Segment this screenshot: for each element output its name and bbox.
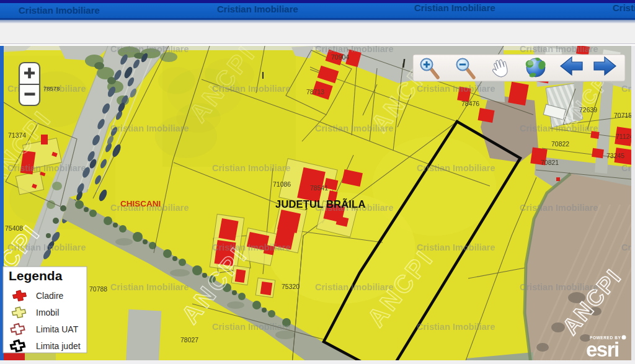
svg-text:70904: 70904	[331, 53, 349, 61]
svg-text:JUDEŢUL BRÃILA: JUDEŢUL BRÃILA	[275, 198, 366, 210]
svg-text:Cristian Imobiliare: Cristian Imobiliare	[520, 282, 598, 292]
svg-text:73245: 73245	[606, 152, 624, 159]
svg-text:Cr: Cr	[621, 242, 631, 252]
svg-text:71086: 71086	[273, 180, 291, 188]
svg-text:Cr: Cr	[621, 84, 631, 94]
svg-text:Cristian Imobiliare: Cristian Imobiliare	[19, 5, 100, 16]
svg-text:Limita UAT: Limita UAT	[36, 324, 79, 334]
svg-text:esri: esri	[586, 338, 619, 361]
svg-text:Cristian Imobiliare: Cristian Imobiliare	[217, 4, 298, 14]
svg-text:Cristian Imobiliare: Cristian Imobiliare	[212, 322, 291, 332]
svg-text:71374: 71374	[8, 131, 26, 139]
svg-text:Cristian Imobiliare: Cristian Imobiliare	[417, 84, 495, 94]
svg-text:70715: 70715	[614, 112, 632, 119]
svg-text:Cristian Imobiliare: Cristian Imobiliare	[7, 242, 86, 252]
svg-text:78578: 78578	[43, 85, 60, 92]
svg-text:Cristian Imo: Cristian Imo	[613, 2, 635, 13]
svg-text:78713: 78713	[306, 88, 324, 95]
svg-text:75320: 75320	[282, 283, 300, 290]
svg-text:78476: 78476	[461, 100, 479, 107]
svg-text:Cristian Imobiliare: Cristian Imobiliare	[315, 282, 394, 292]
svg-text:Cristian Imobiliare: Cristian Imobiliare	[520, 123, 598, 133]
svg-text:78541: 78541	[310, 184, 328, 192]
svg-text:72639: 72639	[579, 106, 597, 113]
svg-text:Cristian Imobiliare: Cristian Imobiliare	[520, 203, 598, 213]
svg-text:Cristian Imobiliare: Cristian Imobiliare	[110, 282, 189, 292]
svg-text:70821: 70821	[541, 159, 559, 166]
svg-text:71124: 71124	[616, 133, 634, 140]
svg-text:Cr: Cr	[621, 163, 631, 173]
svg-text:78027: 78027	[180, 336, 198, 344]
svg-text:Cristian Imobiliare: Cristian Imobiliare	[212, 84, 291, 94]
svg-text:CHISCANI: CHISCANI	[120, 199, 161, 208]
svg-text:Imobil: Imobil	[36, 308, 59, 317]
svg-text:Cristian Imobiliare: Cristian Imobiliare	[212, 242, 291, 252]
svg-text:Cristian Imobiliare: Cristian Imobiliare	[417, 242, 495, 252]
svg-text:Cristian Imobiliare: Cristian Imobiliare	[7, 163, 86, 173]
svg-text:Cristian Imobiliare: Cristian Imobiliare	[417, 322, 495, 332]
svg-text:Cristian Imobiliare: Cristian Imobiliare	[212, 163, 291, 173]
svg-text:Cristian Imobiliare: Cristian Imobiliare	[414, 2, 495, 13]
svg-text:Cristian Imobiliare: Cristian Imobiliare	[417, 163, 495, 173]
svg-text:Cristian Imobiliare: Cristian Imobiliare	[110, 123, 189, 133]
svg-text:Cladire: Cladire	[36, 291, 64, 301]
svg-text:Limita judet: Limita judet	[36, 341, 81, 351]
svg-text:75408: 75408	[5, 224, 23, 232]
svg-text:70788: 70788	[89, 285, 107, 293]
svg-text:Legenda: Legenda	[9, 269, 63, 283]
svg-text:70822: 70822	[551, 140, 569, 148]
svg-text:Cristian Imobiliare: Cristian Imobiliare	[315, 123, 394, 133]
